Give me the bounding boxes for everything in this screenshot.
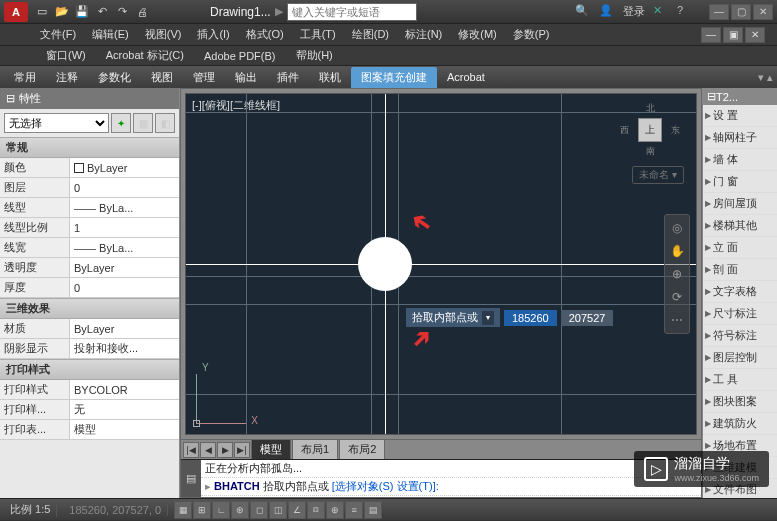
infocenter-icon[interactable]: 🔍 — [575, 4, 591, 20]
palette-item[interactable]: ▶房间屋顶 — [703, 193, 777, 215]
status-tpy-icon[interactable]: ▤ — [364, 501, 382, 519]
ribbon-tab-online[interactable]: 联机 — [309, 67, 351, 88]
qat-print-icon[interactable]: 🖨 — [134, 4, 150, 20]
palette-item[interactable]: ▶文字表格 — [703, 281, 777, 303]
viewcube-unnamed[interactable]: 未命名 ▾ — [632, 166, 684, 184]
menu-help[interactable]: 帮助(H) — [286, 46, 343, 65]
ribbon-tab-common[interactable]: 常用 — [4, 67, 46, 88]
nav-zoom-icon[interactable]: ⊕ — [667, 264, 687, 284]
status-otrack-icon[interactable]: ∠ — [288, 501, 306, 519]
dyn-input-y[interactable]: 207527 — [561, 310, 614, 326]
ribbon-tab-view[interactable]: 视图 — [141, 67, 183, 88]
ribbon-tab-manage[interactable]: 管理 — [183, 67, 225, 88]
palette-item[interactable]: ▶剖 面 — [703, 259, 777, 281]
drawing-viewport[interactable]: [-][俯视][二维线框] ➔ ➔ — [186, 94, 696, 434]
palette-item[interactable]: ▶符号标注 — [703, 325, 777, 347]
qat-save-icon[interactable]: 💾 — [74, 4, 90, 20]
menu-format[interactable]: 格式(O) — [238, 25, 292, 44]
ribbon-tab-acrobat[interactable]: Acrobat — [437, 68, 495, 86]
tab-nav-next-icon[interactable]: ▶ — [217, 442, 233, 458]
doc-minimize-button[interactable]: — — [701, 27, 721, 43]
object-isolate-icon[interactable]: ◧ — [155, 113, 175, 133]
ribbon-tab-output[interactable]: 输出 — [225, 67, 267, 88]
palette-item[interactable]: ▶楼梯其他 — [703, 215, 777, 237]
props-section-3d[interactable]: 三维效果 — [0, 298, 179, 319]
tooltip-dropdown-icon[interactable]: ▾ — [482, 311, 494, 325]
status-scale[interactable]: 比例 1:5 — [4, 502, 57, 517]
palette-item[interactable]: ▶立 面 — [703, 237, 777, 259]
status-3dosnap-icon[interactable]: ◫ — [269, 501, 287, 519]
status-snap-icon[interactable]: ▦ — [174, 501, 192, 519]
pin-icon[interactable]: ⊟ — [6, 92, 15, 105]
viewport-label[interactable]: [-][俯视][二维线框] — [192, 98, 280, 113]
palette-item[interactable]: ▶设 置 — [703, 105, 777, 127]
menu-dimension[interactable]: 标注(N) — [397, 25, 450, 44]
palette-item[interactable]: ▶图层控制 — [703, 347, 777, 369]
minimize-button[interactable]: — — [709, 4, 729, 20]
viewcube[interactable]: 北 南 西 东 上 — [620, 100, 680, 160]
palette-item[interactable]: ▶尺寸标注 — [703, 303, 777, 325]
menu-acrobat-mark[interactable]: Acrobat 标记(C) — [96, 46, 194, 65]
menu-window[interactable]: 窗口(W) — [36, 46, 96, 65]
tab-nav-first-icon[interactable]: |◀ — [183, 442, 199, 458]
nav-showmore-icon[interactable]: ⋯ — [667, 310, 687, 330]
palette-item[interactable]: ▶墙 体 — [703, 149, 777, 171]
tab-layout2[interactable]: 布局2 — [339, 439, 385, 460]
props-section-general[interactable]: 常规 — [0, 137, 179, 158]
menu-draw[interactable]: 绘图(D) — [344, 25, 397, 44]
palette-item[interactable]: ▶门 窗 — [703, 171, 777, 193]
search-input[interactable] — [287, 3, 417, 21]
exchange-icon[interactable]: ✕ — [653, 4, 669, 20]
menu-view[interactable]: 视图(V) — [137, 25, 190, 44]
login-link[interactable]: 登录 — [623, 4, 645, 19]
doc-close-button[interactable]: ✕ — [745, 27, 765, 43]
dyn-input-x[interactable]: 185260 — [504, 310, 557, 326]
select-similar-icon[interactable]: ▦ — [133, 113, 153, 133]
qat-new-icon[interactable]: ▭ — [34, 4, 50, 20]
palette-item[interactable]: ▶图块图案 — [703, 391, 777, 413]
palette-item[interactable]: ▶轴网柱子 — [703, 127, 777, 149]
nav-wheel-icon[interactable]: ◎ — [667, 218, 687, 238]
qat-undo-icon[interactable]: ↶ — [94, 4, 110, 20]
ribbon-tab-annotate[interactable]: 注释 — [46, 67, 88, 88]
status-ortho-icon[interactable]: ∟ — [212, 501, 230, 519]
close-button[interactable]: ✕ — [753, 4, 773, 20]
help-icon[interactable]: ? — [677, 4, 693, 20]
nav-orbit-icon[interactable]: ⟳ — [667, 287, 687, 307]
command-line-icon[interactable]: ▤ — [181, 460, 201, 497]
qat-redo-icon[interactable]: ↷ — [114, 4, 130, 20]
menu-edit[interactable]: 编辑(E) — [84, 25, 137, 44]
menu-file[interactable]: 文件(F) — [32, 25, 84, 44]
selection-filter-select[interactable]: 无选择 — [4, 113, 109, 133]
status-ducs-icon[interactable]: ⧈ — [307, 501, 325, 519]
menu-modify[interactable]: 修改(M) — [450, 25, 505, 44]
ucs-icon[interactable]: Y X — [196, 364, 256, 424]
doc-restore-button[interactable]: ▣ — [723, 27, 743, 43]
status-dyn-icon[interactable]: ⊕ — [326, 501, 344, 519]
tab-nav-prev-icon[interactable]: ◀ — [200, 442, 216, 458]
ribbon-expand-icon[interactable]: ▾ ▴ — [758, 71, 773, 84]
menu-tools[interactable]: 工具(T) — [292, 25, 344, 44]
ribbon-tab-parametric[interactable]: 参数化 — [88, 67, 141, 88]
app-logo[interactable]: A — [4, 2, 28, 22]
status-polar-icon[interactable]: ⊛ — [231, 501, 249, 519]
tab-layout1[interactable]: 布局1 — [292, 439, 338, 460]
nav-pan-icon[interactable]: ✋ — [667, 241, 687, 261]
menu-parametric[interactable]: 参数(P) — [505, 25, 558, 44]
status-osnap-icon[interactable]: ◻ — [250, 501, 268, 519]
quickselect-icon[interactable]: ✦ — [111, 113, 131, 133]
palette-pin-icon[interactable]: ⊟ — [707, 90, 716, 103]
status-grid-icon[interactable]: ⊞ — [193, 501, 211, 519]
props-section-plotstyle[interactable]: 打印样式 — [0, 359, 179, 380]
tab-nav-last-icon[interactable]: ▶| — [234, 442, 250, 458]
ribbon-tab-hatch-creation[interactable]: 图案填充创建 — [351, 67, 437, 88]
menu-insert[interactable]: 插入(I) — [189, 25, 237, 44]
status-lwt-icon[interactable]: ≡ — [345, 501, 363, 519]
ribbon-tab-addins[interactable]: 插件 — [267, 67, 309, 88]
command-input-line[interactable]: ▸ BHATCH 拾取内部点或 [选择对象(S) 设置(T)]: — [201, 478, 701, 496]
palette-item[interactable]: ▶建筑防火 — [703, 413, 777, 435]
menu-adobe-pdf[interactable]: Adobe PDF(B) — [194, 48, 286, 64]
tab-model[interactable]: 模型 — [251, 439, 291, 460]
qat-open-icon[interactable]: 📂 — [54, 4, 70, 20]
user-icon[interactable]: 👤 — [599, 4, 615, 20]
